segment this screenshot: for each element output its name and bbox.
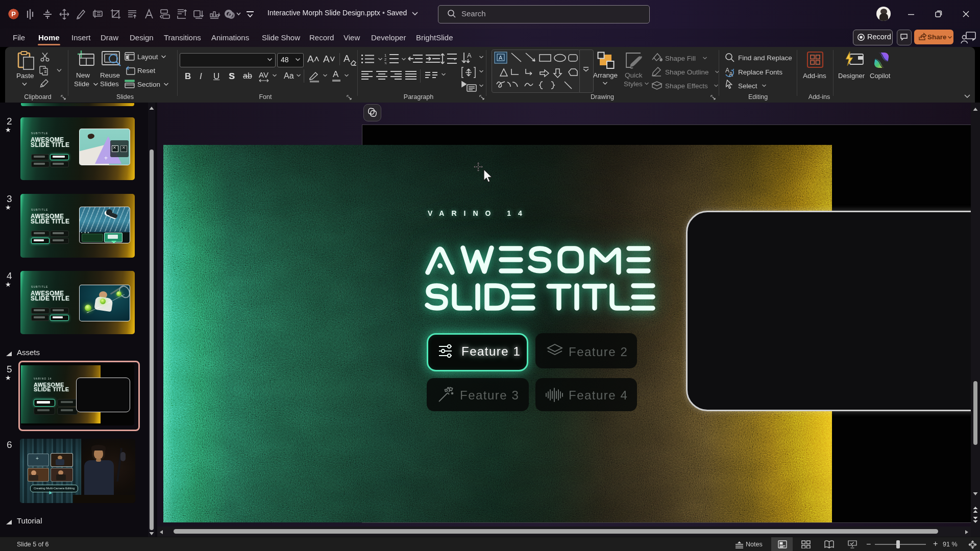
svg-text:A: A <box>467 52 472 59</box>
svg-text:P: P <box>11 10 16 18</box>
svg-text:3: 3 <box>384 61 386 65</box>
svg-text:A: A <box>499 55 503 61</box>
